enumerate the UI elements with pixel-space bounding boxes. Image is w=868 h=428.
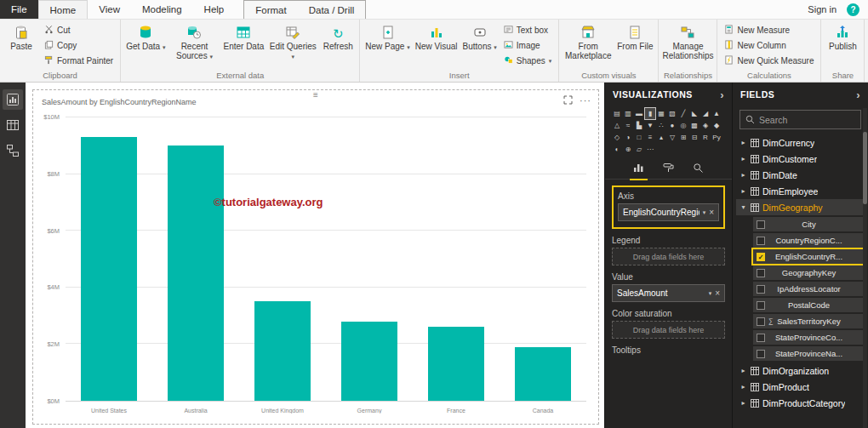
- chevron-right-icon[interactable]: ▸: [740, 139, 747, 146]
- format-tab[interactable]: [660, 159, 677, 180]
- legend-drop-zone[interactable]: Drag data fields here: [612, 248, 725, 265]
- field-checkbox[interactable]: [757, 237, 765, 245]
- field-checkbox[interactable]: [757, 285, 765, 294]
- get-data-button[interactable]: Get Data ▾: [124, 22, 167, 51]
- new-column-button[interactable]: New Column: [721, 38, 817, 53]
- fields-table-dimcustomer[interactable]: ▸DimCustomer: [736, 151, 865, 167]
- search-input[interactable]: [759, 115, 855, 125]
- shapes-button[interactable]: Shapes ▾: [500, 54, 555, 68]
- tab-view[interactable]: View: [88, 0, 131, 19]
- data-view-button[interactable]: [3, 115, 23, 135]
- tab-home[interactable]: Home: [38, 0, 89, 19]
- copy-button[interactable]: Copy: [41, 38, 117, 53]
- field-checkbox[interactable]: [757, 301, 765, 310]
- map-icon[interactable]: ◈: [700, 120, 711, 131]
- pie-chart-icon[interactable]: ●: [667, 120, 677, 131]
- tab-modeling[interactable]: Modeling: [131, 0, 193, 19]
- 100-stacked-column-chart-icon[interactable]: ▧: [667, 108, 677, 119]
- tab-data-drill[interactable]: Data / Drill: [298, 1, 366, 19]
- arcgis-map-icon[interactable]: ⊕: [623, 144, 633, 155]
- tab-format[interactable]: Format: [244, 1, 297, 19]
- fields-field-city[interactable]: City: [753, 217, 863, 231]
- collapse-pane-icon[interactable]: ›: [856, 89, 860, 100]
- from-file-button[interactable]: From File: [615, 22, 654, 51]
- fields-table-dimorganization[interactable]: ▸DimOrganization: [736, 362, 865, 379]
- image-button[interactable]: Image: [500, 38, 555, 53]
- new-quick-measure-button[interactable]: New Quick Measure: [721, 54, 817, 68]
- fields-table-dimgeography[interactable]: ▾DimGeography: [736, 199, 865, 215]
- fields-field-stateprovinceco[interactable]: StateProvinceCo...: [753, 330, 863, 345]
- power-apps-icon[interactable]: ▱: [634, 144, 644, 155]
- bar-united-states[interactable]: [81, 137, 136, 401]
- color-saturation-drop-zone[interactable]: Drag data fields here: [612, 321, 725, 339]
- key-influencers-icon[interactable]: ◐: [612, 144, 622, 155]
- clustered-bar-chart-icon[interactable]: ▬: [634, 108, 644, 119]
- bar-united-kingdom[interactable]: [254, 301, 310, 401]
- matrix-icon[interactable]: ⊟: [689, 132, 700, 143]
- gauge-icon[interactable]: ◑: [623, 132, 633, 143]
- chevron-right-icon[interactable]: ▸: [740, 155, 747, 163]
- field-checkbox[interactable]: ✓: [757, 253, 765, 261]
- filled-map-icon[interactable]: ◆: [711, 120, 722, 131]
- clustered-column-chart-visual[interactable]: ≡ ··· SalesAmount by EnglishCountryRegio…: [32, 89, 599, 425]
- scatter-chart-icon[interactable]: ∴: [656, 120, 666, 131]
- chevron-right-icon[interactable]: ▸: [740, 399, 747, 407]
- area-chart-icon[interactable]: ◣: [689, 108, 700, 119]
- stacked-column-chart-icon[interactable]: ▥: [623, 108, 633, 119]
- donut-chart-icon[interactable]: ◎: [678, 120, 688, 131]
- get-more-visuals-icon[interactable]: ⋯: [645, 144, 655, 155]
- refresh-button[interactable]: ↻ Refresh: [320, 22, 356, 51]
- slicer-icon[interactable]: ▽: [667, 132, 677, 143]
- kpi-icon[interactable]: ▴: [656, 132, 666, 143]
- more-options-icon[interactable]: ···: [580, 96, 591, 106]
- format-painter-button[interactable]: Format Painter: [41, 54, 117, 68]
- drag-handle-icon[interactable]: ≡: [313, 91, 318, 100]
- fields-field-salesterritorykey[interactable]: ∑SalesTerritoryKey: [753, 314, 863, 328]
- bar-france[interactable]: [428, 327, 483, 401]
- fields-field-postalcode[interactable]: PostalCode: [753, 298, 863, 312]
- new-measure-button[interactable]: New Measure: [721, 23, 817, 37]
- chevron-down-icon[interactable]: ▾: [740, 203, 747, 211]
- help-icon[interactable]: ?: [847, 3, 859, 16]
- fields-table-dimproduct[interactable]: ▸DimProduct: [736, 379, 865, 395]
- fields-field-geographykey[interactable]: GeographyKey: [753, 265, 863, 280]
- edit-queries-button[interactable]: Edit Queries ▾: [267, 22, 318, 60]
- chevron-right-icon[interactable]: ▸: [740, 383, 747, 391]
- bar-germany[interactable]: [341, 322, 397, 401]
- recent-sources-button[interactable]: Recent Sources ▾: [168, 22, 220, 60]
- new-page-button[interactable]: New Page ▾: [363, 22, 411, 51]
- chevron-down-icon[interactable]: ▾: [703, 209, 706, 216]
- fields-table-dimcurrency[interactable]: ▸DimCurrency: [736, 134, 865, 151]
- fields-field-englishcountryr[interactable]: ✓EnglishCountryR...: [753, 249, 863, 264]
- analytics-tab[interactable]: [689, 159, 707, 180]
- fields-field-stateprovincena[interactable]: StateProvinceNa...: [753, 346, 863, 361]
- waterfall-chart-icon[interactable]: ▙: [634, 120, 644, 131]
- fields-table-dimdate[interactable]: ▸DimDate: [736, 167, 865, 183]
- treemap-icon[interactable]: ▩: [689, 120, 700, 131]
- fields-field-countryregionc[interactable]: CountryRegionC...: [753, 233, 863, 248]
- chevron-right-icon[interactable]: ▸: [740, 187, 747, 195]
- chevron-right-icon[interactable]: ▸: [740, 171, 747, 179]
- tab-file[interactable]: File: [0, 0, 38, 19]
- remove-field-icon[interactable]: ×: [715, 288, 720, 298]
- stacked-area-chart-icon[interactable]: ◢: [700, 108, 711, 119]
- publish-button[interactable]: Publish: [825, 22, 860, 51]
- remove-field-icon[interactable]: ×: [709, 208, 714, 217]
- chevron-right-icon[interactable]: ▸: [740, 367, 747, 374]
- r-script-visual-icon[interactable]: R: [700, 132, 711, 143]
- clustered-column-chart-icon[interactable]: ▮: [645, 108, 655, 119]
- shape-map-icon[interactable]: ◇: [612, 132, 622, 143]
- sign-in-button[interactable]: Sign in: [797, 0, 847, 19]
- multi-row-card-icon[interactable]: ≡: [645, 132, 655, 143]
- field-checkbox[interactable]: [757, 317, 765, 326]
- line-and-stacked-column-chart-icon[interactable]: ▲: [711, 108, 722, 119]
- 100-stacked-bar-chart-icon[interactable]: ▦: [656, 108, 666, 119]
- field-checkbox[interactable]: [757, 334, 765, 342]
- fields-field-ipaddresslocator[interactable]: IpAddressLocator: [753, 282, 863, 296]
- field-checkbox[interactable]: [757, 220, 765, 229]
- ribbon-chart-icon[interactable]: ≈: [623, 120, 633, 131]
- line-chart-icon[interactable]: ╱: [678, 108, 688, 119]
- python-visual-icon[interactable]: Py: [711, 132, 722, 143]
- focus-mode-icon[interactable]: [563, 93, 573, 108]
- axis-field-pill[interactable]: EnglishCountryRegionN ▾ ×: [618, 203, 719, 221]
